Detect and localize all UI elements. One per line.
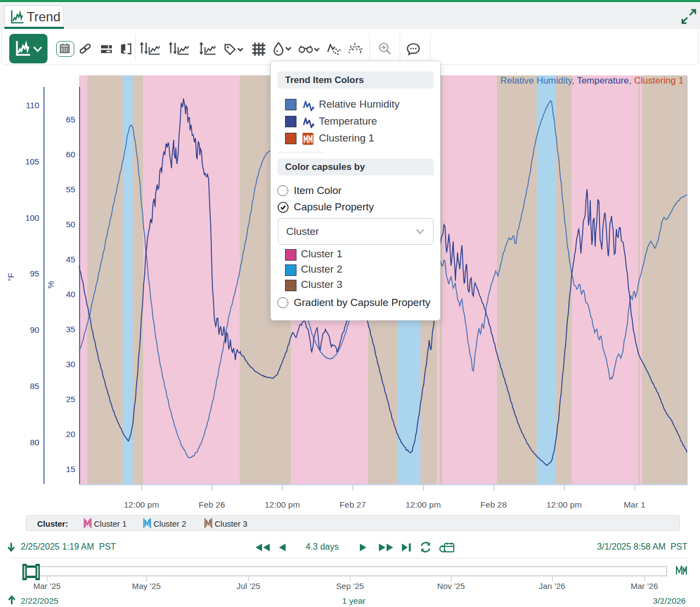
svg-text:55: 55 <box>66 185 75 194</box>
svg-text:°F: °F <box>6 273 15 281</box>
svg-text:100: 100 <box>25 213 39 222</box>
svg-text:90: 90 <box>30 325 40 334</box>
svg-text:30: 30 <box>66 360 76 369</box>
svg-text:12:00 pm: 12:00 pm <box>124 500 159 509</box>
svg-text:Feb 26: Feb 26 <box>199 500 225 509</box>
svg-text:Relative Humidity, Temperature: Relative Humidity, Temperature, Clusteri… <box>500 75 684 86</box>
svg-text:85: 85 <box>30 381 39 391</box>
svg-text:Mar 1: Mar 1 <box>624 500 645 509</box>
svg-text:95: 95 <box>30 269 39 278</box>
svg-text:35: 35 <box>66 325 75 334</box>
svg-text:45: 45 <box>66 255 75 264</box>
svg-text:20: 20 <box>66 429 76 439</box>
svg-text:12:00 pm: 12:00 pm <box>265 500 300 509</box>
svg-text:60: 60 <box>66 150 76 159</box>
svg-text:50: 50 <box>66 220 76 229</box>
svg-text:25: 25 <box>66 394 75 404</box>
svg-text:15: 15 <box>66 464 75 474</box>
svg-text:12:00 pm: 12:00 pm <box>406 500 441 509</box>
svg-text:Feb 27: Feb 27 <box>340 500 366 509</box>
svg-text:12:00 pm: 12:00 pm <box>547 500 582 509</box>
svg-text:Feb 28: Feb 28 <box>480 500 507 509</box>
svg-text:110: 110 <box>26 101 39 110</box>
svg-text:105: 105 <box>25 157 39 166</box>
svg-text:65: 65 <box>66 115 75 124</box>
svg-text:40: 40 <box>66 290 76 299</box>
svg-text:%: % <box>46 281 55 288</box>
svg-text:80: 80 <box>30 438 40 447</box>
